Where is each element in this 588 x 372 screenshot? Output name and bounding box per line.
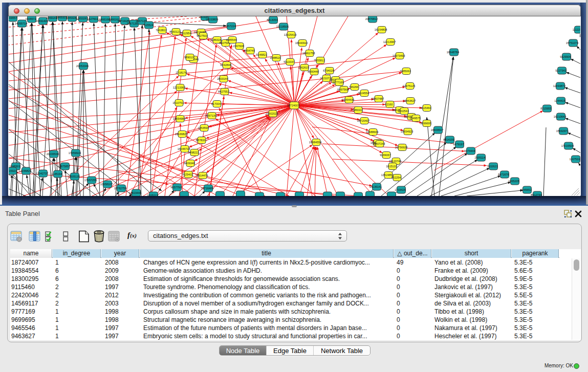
svg-text:8215955: 8215955 <box>540 107 551 110</box>
svg-text:2718176: 2718176 <box>176 71 186 74</box>
svg-text:1588520: 1588520 <box>270 56 280 59</box>
svg-text:1610751: 1610751 <box>172 101 183 104</box>
svg-text:12213363: 12213363 <box>173 86 185 89</box>
svg-text:1167531: 1167531 <box>569 158 580 161</box>
svg-text:6794028: 6794028 <box>323 69 334 72</box>
svg-text:14136141: 14136141 <box>369 185 382 188</box>
svg-text:10975857: 10975857 <box>58 165 70 168</box>
svg-text:10973493: 10973493 <box>393 54 405 57</box>
svg-text:8427552: 8427552 <box>218 90 229 93</box>
svg-text:20206536: 20206536 <box>47 152 59 156</box>
svg-text:9657791: 9657791 <box>170 186 181 189</box>
svg-text:8813054: 8813054 <box>267 18 277 21</box>
svg-text:9146821: 9146821 <box>256 53 267 56</box>
svg-text:12823446: 12823446 <box>129 191 141 194</box>
svg-text:20691406: 20691406 <box>36 19 48 23</box>
svg-text:10688609: 10688609 <box>366 130 378 134</box>
svg-text:5322037: 5322037 <box>284 60 294 63</box>
svg-text:18724007: 18724007 <box>287 104 299 107</box>
svg-text:1002543: 1002543 <box>398 110 408 113</box>
svg-text:1353594: 1353594 <box>198 126 208 129</box>
svg-text:16409547: 16409547 <box>431 128 443 132</box>
svg-text:8912954: 8912954 <box>180 32 191 35</box>
svg-text:7485063: 7485063 <box>400 70 410 73</box>
svg-text:9184067: 9184067 <box>380 154 390 157</box>
svg-text:9327503: 9327503 <box>197 34 207 37</box>
svg-text:16033809: 16033809 <box>206 18 218 21</box>
svg-text:16648784: 16648784 <box>447 51 459 54</box>
svg-text:12505135: 12505135 <box>68 175 80 178</box>
svg-text:989013: 989013 <box>184 56 193 59</box>
svg-text:6479197: 6479197 <box>453 143 464 146</box>
svg-text:12093872: 12093872 <box>553 84 565 87</box>
svg-text:1362615: 1362615 <box>298 66 309 69</box>
svg-text:7515524: 7515524 <box>142 24 153 27</box>
svg-text:9699695: 9699695 <box>420 122 431 125</box>
svg-text:16046718: 16046718 <box>178 147 190 150</box>
svg-text:2009557: 2009557 <box>9 16 17 19</box>
svg-text:2803144: 2803144 <box>217 77 228 80</box>
svg-text:16961758: 16961758 <box>302 52 315 55</box>
svg-text:8267130: 8267130 <box>205 114 216 117</box>
svg-text:1549575: 1549575 <box>409 117 420 120</box>
svg-text:1733426: 1733426 <box>395 188 405 191</box>
svg-text:9498222: 9498222 <box>188 151 199 154</box>
svg-text:1244415: 1244415 <box>554 99 565 102</box>
svg-text:746266: 746266 <box>349 85 358 89</box>
svg-text:1615132: 1615132 <box>386 165 397 168</box>
svg-text:15692971: 15692971 <box>556 129 569 133</box>
svg-text:16640910: 16640910 <box>295 41 308 45</box>
svg-text:817004: 817004 <box>211 102 221 105</box>
svg-text:1985546: 1985546 <box>226 38 236 41</box>
svg-text:9329906: 9329906 <box>560 55 571 58</box>
svg-text:10958107: 10958107 <box>100 183 113 186</box>
svg-text:3915923: 3915923 <box>9 169 17 172</box>
svg-text:3624554: 3624554 <box>358 92 368 95</box>
svg-text:8814199: 8814199 <box>443 138 454 141</box>
svg-text:21364436: 21364436 <box>342 98 354 101</box>
svg-text:19654923: 19654923 <box>401 130 413 133</box>
svg-text:10653267: 10653267 <box>76 17 88 20</box>
svg-text:6497568: 6497568 <box>337 88 348 91</box>
svg-text:17016504: 17016504 <box>561 144 574 147</box>
svg-text:15716485: 15716485 <box>201 187 213 190</box>
svg-text:18807243: 18807243 <box>373 142 385 145</box>
svg-text:7986322: 7986322 <box>352 108 362 112</box>
svg-text:14055714: 14055714 <box>15 22 27 25</box>
svg-text:9474444: 9474444 <box>464 149 475 152</box>
svg-text:2935114: 2935114 <box>474 156 485 159</box>
svg-text:16782759: 16782759 <box>114 187 126 190</box>
svg-text:19654983: 19654983 <box>173 117 185 120</box>
svg-text:8912734: 8912734 <box>531 193 541 196</box>
svg-text:12213967: 12213967 <box>383 40 396 43</box>
svg-text:9105113: 9105113 <box>147 194 158 196</box>
svg-text:16120746: 16120746 <box>389 160 401 163</box>
svg-text:8990448: 8990448 <box>308 70 318 73</box>
svg-text:2367608: 2367608 <box>233 45 244 48</box>
svg-text:8660123: 8660123 <box>169 30 180 33</box>
svg-text:8409348: 8409348 <box>184 162 194 165</box>
svg-text:9115460: 9115460 <box>420 106 431 110</box>
svg-text:13325419: 13325419 <box>284 33 296 36</box>
svg-text:7955812: 7955812 <box>314 59 324 62</box>
svg-text:7625402: 7625402 <box>182 173 192 176</box>
svg-text:16154808: 16154808 <box>375 28 387 31</box>
svg-text:9227343: 9227343 <box>555 69 566 72</box>
svg-text:1112257: 1112257 <box>573 28 580 31</box>
svg-text:17957255: 17957255 <box>84 179 97 182</box>
svg-text:19166827: 19166827 <box>175 133 187 136</box>
svg-text:16914479: 16914479 <box>195 174 208 177</box>
svg-text:16210643: 16210643 <box>554 115 566 118</box>
svg-text:7632621: 7632621 <box>487 165 497 168</box>
svg-text:19384554: 19384554 <box>309 141 321 144</box>
svg-text:9245652: 9245652 <box>520 188 531 191</box>
svg-text:19463627: 19463627 <box>403 99 416 102</box>
svg-text:20876812: 20876812 <box>365 17 378 20</box>
svg-text:8454749: 8454749 <box>244 49 254 52</box>
svg-text:887833: 887833 <box>196 139 205 142</box>
svg-text:1527602: 1527602 <box>87 17 98 20</box>
svg-text:12975125: 12975125 <box>403 84 415 87</box>
svg-text:8471676: 8471676 <box>498 173 509 176</box>
svg-text:15720407: 15720407 <box>357 119 369 122</box>
svg-text:12042737: 12042737 <box>36 172 48 175</box>
